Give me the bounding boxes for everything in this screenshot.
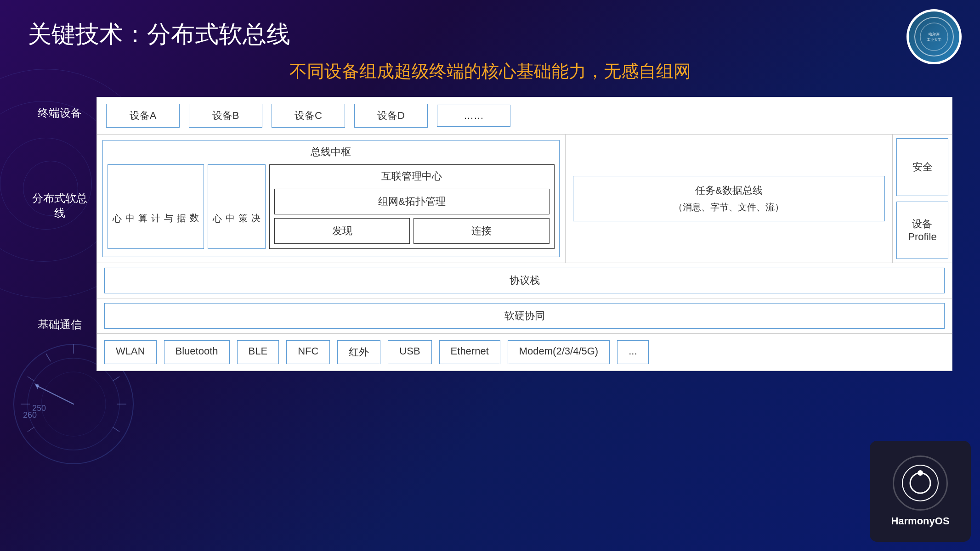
svg-point-6 <box>918 470 923 476</box>
label-terminal: 终端设备 <box>28 97 92 129</box>
task-bus-line1: 任务&数据总线 <box>674 184 784 197</box>
comm-more: ... <box>617 340 648 364</box>
protocol-inner: 协议栈 <box>104 268 945 293</box>
label-protocol <box>28 282 92 310</box>
device-c: 设备C <box>272 104 345 128</box>
svg-line-18 <box>28 427 34 432</box>
bus-hub-area: 总线中枢 数据与计算中心 决策中心 互 <box>97 135 566 263</box>
content-wrapper: 关键技术：分布式软总线 不同设备组成超级终端的核心基础能力，无感自组网 终端设备… <box>0 0 980 389</box>
topology-box: 组网&拓扑管理 <box>274 189 549 214</box>
svg-text:250: 250 <box>32 404 46 413</box>
main-bus-row: 总线中枢 数据与计算中心 决策中心 互 <box>97 135 952 263</box>
comm-nfc: NFC <box>286 340 330 364</box>
decision-center-box: 决策中心 <box>208 164 266 249</box>
diagram-outer: 终端设备 分布式软总线 基础通信 设备A 设备B 设备C 设备D …… 总线中枢 <box>28 97 952 371</box>
label-comms <box>28 339 92 371</box>
comm-usb: USB <box>388 340 431 364</box>
task-bus-line2: （消息、字节、文件、流） <box>674 201 784 214</box>
connect-box: 连接 <box>414 218 549 244</box>
protocol-row: 协议栈 <box>97 263 952 298</box>
svg-text:260: 260 <box>23 410 37 420</box>
page-subtitle: 不同设备组成超级终端的核心基础能力，无感自组网 <box>28 60 952 83</box>
harmony-text: HarmonyOS <box>891 515 949 527</box>
decision-center-text: 决策中心 <box>211 206 262 207</box>
device-a: 设备A <box>106 104 180 128</box>
page-title: 关键技术：分布式软总线 <box>28 18 952 51</box>
harmonyos-logo: HarmonyOS <box>870 441 971 542</box>
task-bus-text: 任务&数据总线 （消息、字节、文件、流） <box>674 184 784 214</box>
comm-row: WLAN Bluetooth BLE NFC 红外 USB Ethernet M… <box>97 334 952 371</box>
svg-line-14 <box>113 427 119 432</box>
logo-svg: 哈尔滨 工业大学 <box>913 16 955 57</box>
task-bus-area: 任务&数据总线 （消息、字节、文件、流） <box>566 135 892 263</box>
comm-wlan: WLAN <box>104 340 157 364</box>
data-center-text: 数据与计算中心 <box>111 206 201 207</box>
device-d: 设备D <box>354 104 428 128</box>
university-logo: 哈尔滨 工业大学 <box>906 9 962 64</box>
safety-box: 安全 <box>896 138 948 196</box>
label-bus: 分布式软总线 <box>28 129 92 282</box>
data-center-box: 数据与计算中心 <box>108 164 204 249</box>
task-bus-box: 任务&数据总线 （消息、字节、文件、流） <box>573 176 885 221</box>
hardware-inner: 软硬协同 <box>104 303 945 329</box>
label-basic-comm: 基础通信 <box>28 310 92 339</box>
device-profile-box: 设备Profile <box>896 202 948 259</box>
svg-text:哈尔滨: 哈尔滨 <box>929 32 940 36</box>
comm-infrared: 红外 <box>337 340 380 364</box>
device-more: …… <box>437 105 510 127</box>
hub-content: 数据与计算中心 决策中心 互联管理中心 组网&拓扑管理 <box>108 164 555 249</box>
comm-ble: BLE <box>237 340 279 364</box>
comm-bluetooth: Bluetooth <box>164 340 230 364</box>
interconnect-bottom: 发现 连接 <box>274 218 549 244</box>
harmony-icon <box>902 465 939 501</box>
far-right-area: 安全 设备Profile <box>892 135 952 263</box>
svg-text:工业大学: 工业大学 <box>927 38 941 42</box>
bus-hub-box: 总线中枢 数据与计算中心 决策中心 互 <box>102 140 560 257</box>
device-row: 设备A 设备B 设备C 设备D …… <box>97 97 952 135</box>
interconnect-title: 互联管理中心 <box>274 169 549 183</box>
discover-box: 发现 <box>274 218 410 244</box>
device-profile-text: 设备Profile <box>908 217 936 243</box>
logo-inner: 哈尔滨 工业大学 <box>909 11 959 62</box>
harmony-circle-outer <box>893 455 948 511</box>
device-b: 设备B <box>189 104 262 128</box>
bus-hub-title: 总线中枢 <box>108 145 555 159</box>
harmony-circle-inner <box>902 465 939 501</box>
comm-ethernet: Ethernet <box>439 340 500 364</box>
diagram-table: 设备A 设备B 设备C 设备D …… 总线中枢 数据与计算中心 <box>96 97 952 371</box>
svg-point-1 <box>920 23 948 51</box>
comm-modem: Modem(2/3/4/5G) <box>508 340 610 364</box>
interconnect-box: 互联管理中心 组网&拓扑管理 发现 连接 <box>269 164 555 249</box>
hardware-row: 软硬协同 <box>97 298 952 334</box>
left-labels: 终端设备 分布式软总线 基础通信 <box>28 97 96 371</box>
